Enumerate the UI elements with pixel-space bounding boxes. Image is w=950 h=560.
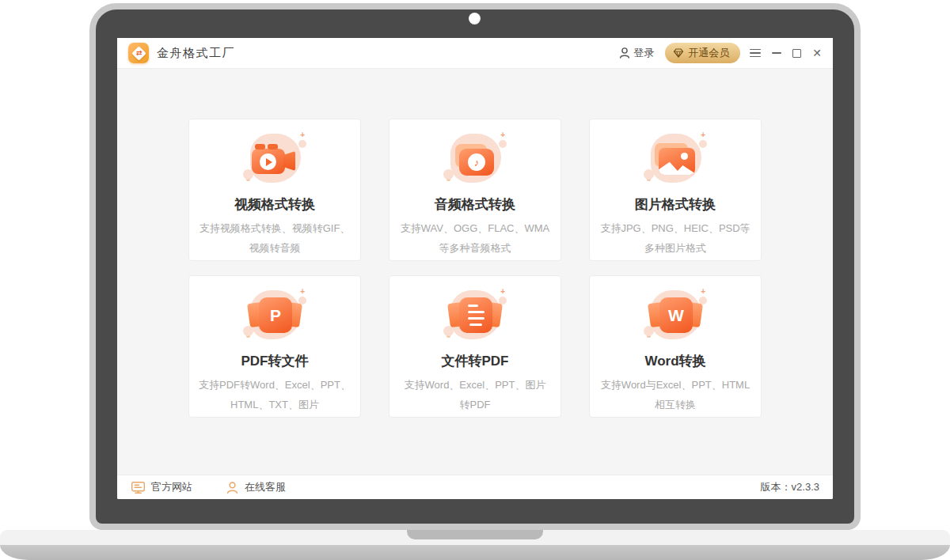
card-title: Word转换 <box>590 352 761 370</box>
person-icon <box>618 47 631 59</box>
video-camera-icon <box>238 129 311 189</box>
logo-diamond: ⇄ <box>131 46 146 60</box>
card-desc: 支持WAV、OGG、FLAC、WMA 等多种音频格式 <box>390 218 560 258</box>
card-desc: 支持PDF转Word、Excel、PPT、 HTML、TXT、图片 <box>189 375 360 414</box>
version-label: 版本：v2.3.3 <box>761 480 819 494</box>
main-content: 视频格式转换 支持视频格式转换、视频转GIF、 视频转音频 音频格式转换 支持W… <box>117 69 833 475</box>
support-label: 在线客服 <box>245 480 286 494</box>
card-word-convert[interactable]: W Word转换 支持Word与Excel、PPT、HTML 相互转换 <box>589 275 762 418</box>
card-title: 音频格式转换 <box>390 195 560 214</box>
music-note-icon <box>439 129 511 189</box>
card-file-to-pdf[interactable]: 文件转PDF 支持Word、Excel、PPT、图片 转PDF <box>389 275 561 418</box>
card-desc: 支持Word、Excel、PPT、图片 转PDF <box>390 375 560 414</box>
app-title: 金舟格式工厂 <box>157 46 235 61</box>
card-title: 视频格式转换 <box>189 195 360 214</box>
online-support-link[interactable]: 在线客服 <box>226 480 286 494</box>
card-pdf-to-file[interactable]: P PDF转文件 支持PDF转Word、Excel、PPT、 HTML、TXT、… <box>188 275 361 418</box>
laptop-base-notch <box>407 530 543 539</box>
card-video-convert[interactable]: 视频格式转换 支持视频格式转换、视频转GIF、 视频转音频 <box>188 119 361 261</box>
close-icon[interactable]: ✕ <box>812 47 822 59</box>
app-window: ⇄ 金舟格式工厂 登录 开通会员 <box>117 38 833 499</box>
convert-arrows-icon: ⇄ <box>135 49 142 56</box>
login-label: 登录 <box>633 46 654 60</box>
card-desc: 支持Word与Excel、PPT、HTML 相互转换 <box>590 375 761 414</box>
hamburger-menu-icon[interactable] <box>750 47 761 59</box>
minimize-icon[interactable] <box>772 47 781 59</box>
picture-icon <box>639 129 712 189</box>
pdf-box-icon: P <box>238 286 311 346</box>
card-audio-convert[interactable]: 音频格式转换 支持WAV、OGG、FLAC、WMA 等多种音频格式 <box>389 119 561 261</box>
official-website-link[interactable]: 官方网站 <box>131 480 192 494</box>
webcam-dot <box>469 13 481 25</box>
person-icon <box>226 481 239 494</box>
titlebar: ⇄ 金舟格式工厂 登录 开通会员 <box>117 38 833 69</box>
card-title: 文件转PDF <box>390 352 560 370</box>
card-image-convert[interactable]: 图片格式转换 支持JPG、PNG、HEIC、PSD等 多种图片格式 <box>589 119 762 261</box>
card-title: PDF转文件 <box>189 352 360 370</box>
login-button[interactable]: 登录 <box>618 46 654 60</box>
membership-label: 开通会员 <box>688 46 729 60</box>
card-desc: 支持JPG、PNG、HEIC、PSD等 多种图片格式 <box>590 218 761 258</box>
document-box-icon <box>439 286 511 346</box>
app-logo-icon: ⇄ <box>128 43 149 63</box>
titlebar-right: 登录 开通会员 ✕ <box>618 43 822 63</box>
diamond-icon <box>673 47 684 59</box>
window-controls: ✕ <box>750 47 822 59</box>
maximize-icon[interactable] <box>792 47 801 59</box>
laptop-base-bottom <box>0 545 950 560</box>
open-membership-button[interactable]: 开通会员 <box>665 43 740 63</box>
card-title: 图片格式转换 <box>590 195 761 214</box>
word-box-icon: W <box>639 286 712 346</box>
footer-bar: 官方网站 在线客服 版本：v2.3.3 <box>117 475 833 499</box>
website-label: 官方网站 <box>151 480 192 494</box>
monitor-icon <box>131 481 146 494</box>
feature-card-grid: 视频格式转换 支持视频格式转换、视频转GIF、 视频转音频 音频格式转换 支持W… <box>188 119 762 418</box>
card-desc: 支持视频格式转换、视频转GIF、 视频转音频 <box>189 218 360 258</box>
